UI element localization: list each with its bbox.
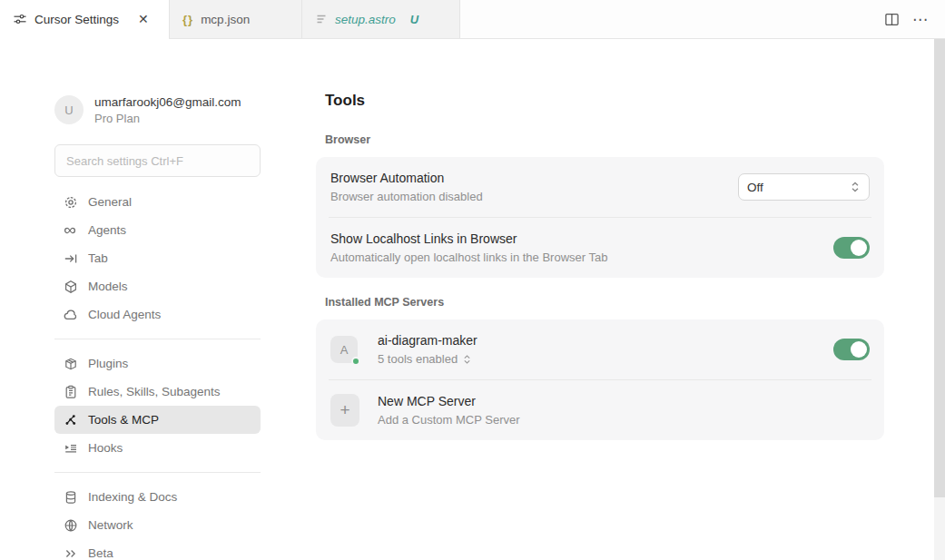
globe-icon — [64, 518, 78, 533]
new-mcp-server-title: New MCP Server — [378, 394, 870, 408]
toggle-knob — [851, 240, 867, 256]
sidebar-item-label: Models — [88, 280, 128, 293]
row-text: New MCP Server Add a Custom MCP Server — [378, 394, 870, 427]
sidebar-item-beta[interactable]: Beta — [54, 539, 261, 560]
mcp-servers-card: A ai-diagram-maker 5 tools enabled — [316, 319, 884, 440]
mcp-server-toggle[interactable] — [833, 339, 870, 360]
sidebar-item-rules-skills-subagents[interactable]: Rules, Skills, Subagents — [54, 378, 261, 406]
setting-subtitle: Browser automation disabled — [330, 190, 738, 203]
settings-sidebar: U umarfarookj06@gmail.com Pro Plan Gener… — [54, 92, 261, 560]
sidebar-item-label: Tab — [88, 251, 108, 265]
account-email: umarfarookj06@gmail.com — [94, 95, 241, 109]
tab-bar-actions: ⋯ — [884, 0, 945, 38]
cloud-icon — [64, 308, 78, 322]
double-chevron-icon — [64, 546, 78, 560]
sidebar-item-label: General — [88, 195, 132, 209]
row-text: Browser Automation Browser automation di… — [330, 171, 738, 203]
page-title: Tools — [325, 92, 884, 110]
sidebar-item-network[interactable]: Network — [54, 511, 261, 539]
tab-label: setup.astro — [335, 13, 396, 26]
sidebar-item-label: Network — [88, 518, 133, 532]
json-braces-icon: {} — [182, 13, 193, 26]
infinity-icon — [64, 223, 78, 238]
sidebar-item-plugins[interactable]: Plugins — [54, 349, 261, 378]
sidebar-item-label: Indexing & Docs — [88, 490, 177, 504]
sidebar-item-tab[interactable]: Tab — [54, 244, 261, 272]
sidebar-item-cloud-agents[interactable]: Cloud Agents — [54, 300, 261, 329]
browser-section-label: Browser — [325, 133, 884, 146]
sidebar-item-label: Hooks — [88, 441, 123, 455]
clipboard-icon — [64, 385, 78, 399]
sidebar-item-hooks[interactable]: Hooks — [54, 434, 261, 462]
sidebar-item-label: Cloud Agents — [88, 308, 161, 321]
sidebar-item-label: Tools & MCP — [88, 413, 159, 427]
row-text: Show Localhost Links in Browser Automati… — [330, 231, 833, 264]
package-icon — [64, 357, 78, 371]
editor-tab-bar: Cursor Settings ✕ {} mcp.json setup.astr… — [0, 0, 945, 39]
gear-icon — [64, 195, 78, 210]
settings-sliders-icon — [13, 12, 27, 26]
vertical-scrollbar-thumb[interactable] — [934, 39, 945, 497]
database-icon — [64, 490, 78, 505]
mcp-server-avatar: A — [330, 336, 358, 363]
sidebar-item-general[interactable]: General — [54, 188, 261, 216]
mcp-tools-status: 5 tools enabled — [378, 352, 458, 366]
tab-mcp-json[interactable]: {} mcp.json — [170, 0, 302, 38]
sidebar-item-label: Rules, Skills, Subagents — [88, 385, 221, 398]
more-actions-icon[interactable]: ⋯ — [912, 12, 929, 27]
row-text: ai-diagram-maker 5 tools enabled — [378, 333, 833, 366]
setting-subtitle: Automatically open localhost links in th… — [330, 251, 833, 264]
sidebar-item-label: Agents — [88, 223, 126, 237]
select-value: Off — [747, 181, 763, 194]
up-down-chevrons-icon — [850, 181, 861, 193]
avatar-initial: A — [340, 343, 349, 357]
sidebar-item-indexing-docs[interactable]: Indexing & Docs — [54, 483, 261, 511]
settings-content: U umarfarookj06@gmail.com Pro Plan Gener… — [0, 39, 945, 560]
settings-search-input[interactable] — [54, 144, 261, 177]
browser-automation-row: Browser Automation Browser automation di… — [316, 157, 884, 217]
account-info: umarfarookj06@gmail.com Pro Plan — [94, 95, 241, 125]
file-lines-icon — [315, 13, 328, 25]
plus-icon[interactable]: + — [330, 394, 359, 427]
sidebar-item-label: Beta — [88, 546, 113, 560]
network-nodes-icon — [64, 413, 78, 427]
show-localhost-links-toggle[interactable] — [833, 237, 870, 259]
expand-tools-chevron-icon[interactable] — [463, 354, 471, 365]
tab-arrow-icon — [64, 251, 78, 266]
hooks-icon — [64, 441, 78, 456]
online-status-dot — [351, 357, 360, 366]
new-mcp-server-subtitle: Add a Custom MCP Server — [378, 413, 870, 427]
account-row: U umarfarookj06@gmail.com Pro Plan — [54, 92, 261, 128]
vertical-scrollbar-track[interactable] — [934, 39, 945, 560]
sidebar-item-models[interactable]: Models — [54, 272, 261, 300]
cube-icon — [64, 280, 78, 294]
sidebar-item-tools-mcp[interactable]: Tools & MCP — [54, 406, 261, 434]
sidebar-divider — [54, 472, 261, 473]
tab-setup-astro[interactable]: setup.astro U — [302, 0, 460, 38]
sidebar-divider — [54, 339, 261, 339]
setting-title: Show Localhost Links in Browser — [330, 231, 833, 246]
sidebar-item-agents[interactable]: Agents — [54, 216, 261, 244]
settings-nav: General Agents Tab — [54, 188, 261, 560]
browser-settings-card: Browser Automation Browser automation di… — [316, 157, 884, 278]
toggle-knob — [851, 341, 867, 358]
mcp-server-row: A ai-diagram-maker 5 tools enabled — [316, 319, 884, 379]
close-icon[interactable]: ✕ — [135, 11, 152, 27]
tab-cursor-settings[interactable]: Cursor Settings ✕ — [0, 0, 170, 38]
mcp-server-name: ai-diagram-maker — [378, 333, 833, 348]
tab-label: Cursor Settings — [34, 13, 119, 26]
git-untracked-badge: U — [410, 13, 418, 26]
cursor-settings-window: Cursor Settings ✕ {} mcp.json setup.astr… — [0, 0, 945, 560]
mcp-section-label: Installed MCP Servers — [325, 296, 884, 309]
setting-title: Browser Automation — [330, 171, 738, 185]
split-editor-icon[interactable] — [884, 12, 900, 27]
user-avatar: U — [54, 95, 84, 124]
browser-automation-select[interactable]: Off — [738, 173, 870, 201]
new-mcp-server-row[interactable]: + New MCP Server Add a Custom MCP Server — [316, 380, 884, 440]
show-localhost-links-row: Show Localhost Links in Browser Automati… — [316, 218, 884, 278]
tools-settings-panel: Tools Browser Browser Automation Browser… — [316, 92, 884, 560]
tab-label: mcp.json — [201, 13, 250, 26]
account-plan-badge: Pro Plan — [94, 112, 241, 125]
sidebar-item-label: Plugins — [88, 357, 128, 370]
